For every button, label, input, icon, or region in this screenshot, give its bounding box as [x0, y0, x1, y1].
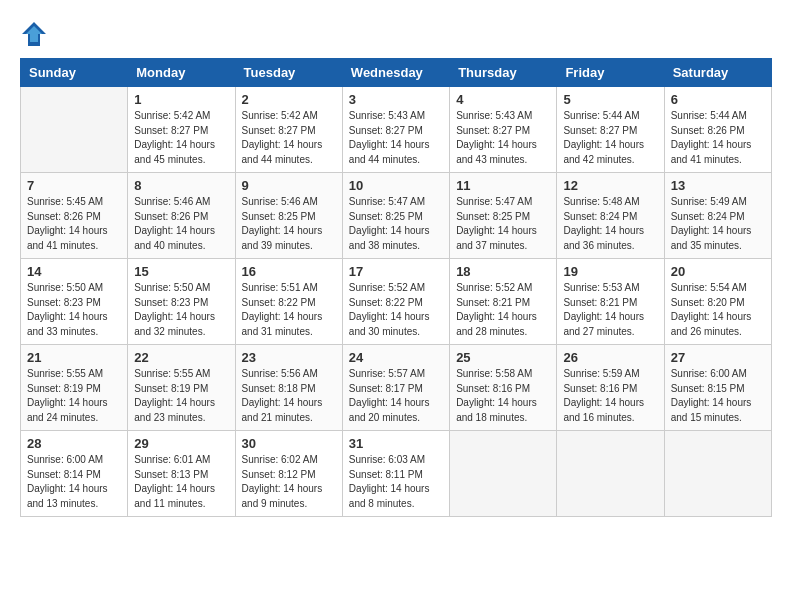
- day-cell: 31Sunrise: 6:03 AM Sunset: 8:11 PM Dayli…: [342, 431, 449, 517]
- day-cell: 23Sunrise: 5:56 AM Sunset: 8:18 PM Dayli…: [235, 345, 342, 431]
- day-info: Sunrise: 6:03 AM Sunset: 8:11 PM Dayligh…: [349, 453, 443, 511]
- day-cell: [450, 431, 557, 517]
- day-number: 9: [242, 178, 336, 193]
- day-info: Sunrise: 6:01 AM Sunset: 8:13 PM Dayligh…: [134, 453, 228, 511]
- day-cell: 22Sunrise: 5:55 AM Sunset: 8:19 PM Dayli…: [128, 345, 235, 431]
- day-cell: 10Sunrise: 5:47 AM Sunset: 8:25 PM Dayli…: [342, 173, 449, 259]
- day-number: 1: [134, 92, 228, 107]
- day-cell: 25Sunrise: 5:58 AM Sunset: 8:16 PM Dayli…: [450, 345, 557, 431]
- day-cell: 1Sunrise: 5:42 AM Sunset: 8:27 PM Daylig…: [128, 87, 235, 173]
- day-info: Sunrise: 5:51 AM Sunset: 8:22 PM Dayligh…: [242, 281, 336, 339]
- day-number: 21: [27, 350, 121, 365]
- header-cell-monday: Monday: [128, 59, 235, 87]
- day-number: 18: [456, 264, 550, 279]
- day-number: 28: [27, 436, 121, 451]
- day-info: Sunrise: 5:49 AM Sunset: 8:24 PM Dayligh…: [671, 195, 765, 253]
- day-info: Sunrise: 5:57 AM Sunset: 8:17 PM Dayligh…: [349, 367, 443, 425]
- day-info: Sunrise: 5:53 AM Sunset: 8:21 PM Dayligh…: [563, 281, 657, 339]
- day-number: 3: [349, 92, 443, 107]
- day-info: Sunrise: 5:44 AM Sunset: 8:27 PM Dayligh…: [563, 109, 657, 167]
- day-info: Sunrise: 5:58 AM Sunset: 8:16 PM Dayligh…: [456, 367, 550, 425]
- day-cell: 30Sunrise: 6:02 AM Sunset: 8:12 PM Dayli…: [235, 431, 342, 517]
- day-info: Sunrise: 5:42 AM Sunset: 8:27 PM Dayligh…: [134, 109, 228, 167]
- day-info: Sunrise: 5:55 AM Sunset: 8:19 PM Dayligh…: [27, 367, 121, 425]
- day-number: 31: [349, 436, 443, 451]
- day-info: Sunrise: 5:55 AM Sunset: 8:19 PM Dayligh…: [134, 367, 228, 425]
- header-cell-thursday: Thursday: [450, 59, 557, 87]
- day-info: Sunrise: 5:48 AM Sunset: 8:24 PM Dayligh…: [563, 195, 657, 253]
- day-number: 24: [349, 350, 443, 365]
- header-cell-wednesday: Wednesday: [342, 59, 449, 87]
- day-number: 13: [671, 178, 765, 193]
- day-cell: 4Sunrise: 5:43 AM Sunset: 8:27 PM Daylig…: [450, 87, 557, 173]
- day-number: 15: [134, 264, 228, 279]
- day-number: 10: [349, 178, 443, 193]
- day-cell: 29Sunrise: 6:01 AM Sunset: 8:13 PM Dayli…: [128, 431, 235, 517]
- day-cell: 14Sunrise: 5:50 AM Sunset: 8:23 PM Dayli…: [21, 259, 128, 345]
- logo-icon: [20, 20, 48, 48]
- day-info: Sunrise: 5:54 AM Sunset: 8:20 PM Dayligh…: [671, 281, 765, 339]
- day-cell: 3Sunrise: 5:43 AM Sunset: 8:27 PM Daylig…: [342, 87, 449, 173]
- header-cell-tuesday: Tuesday: [235, 59, 342, 87]
- day-cell: 24Sunrise: 5:57 AM Sunset: 8:17 PM Dayli…: [342, 345, 449, 431]
- calendar-table: SundayMondayTuesdayWednesdayThursdayFrid…: [20, 58, 772, 517]
- day-info: Sunrise: 5:50 AM Sunset: 8:23 PM Dayligh…: [134, 281, 228, 339]
- week-row-4: 21Sunrise: 5:55 AM Sunset: 8:19 PM Dayli…: [21, 345, 772, 431]
- day-info: Sunrise: 5:47 AM Sunset: 8:25 PM Dayligh…: [456, 195, 550, 253]
- header-cell-friday: Friday: [557, 59, 664, 87]
- day-cell: 27Sunrise: 6:00 AM Sunset: 8:15 PM Dayli…: [664, 345, 771, 431]
- day-number: 4: [456, 92, 550, 107]
- day-number: 23: [242, 350, 336, 365]
- day-number: 19: [563, 264, 657, 279]
- day-number: 30: [242, 436, 336, 451]
- day-number: 11: [456, 178, 550, 193]
- day-info: Sunrise: 5:52 AM Sunset: 8:21 PM Dayligh…: [456, 281, 550, 339]
- day-info: Sunrise: 5:46 AM Sunset: 8:26 PM Dayligh…: [134, 195, 228, 253]
- week-row-3: 14Sunrise: 5:50 AM Sunset: 8:23 PM Dayli…: [21, 259, 772, 345]
- day-cell: [664, 431, 771, 517]
- day-cell: 9Sunrise: 5:46 AM Sunset: 8:25 PM Daylig…: [235, 173, 342, 259]
- week-row-5: 28Sunrise: 6:00 AM Sunset: 8:14 PM Dayli…: [21, 431, 772, 517]
- day-cell: [557, 431, 664, 517]
- day-cell: 18Sunrise: 5:52 AM Sunset: 8:21 PM Dayli…: [450, 259, 557, 345]
- day-cell: [21, 87, 128, 173]
- day-info: Sunrise: 6:00 AM Sunset: 8:14 PM Dayligh…: [27, 453, 121, 511]
- day-info: Sunrise: 5:43 AM Sunset: 8:27 PM Dayligh…: [456, 109, 550, 167]
- header-cell-saturday: Saturday: [664, 59, 771, 87]
- day-info: Sunrise: 6:02 AM Sunset: 8:12 PM Dayligh…: [242, 453, 336, 511]
- day-info: Sunrise: 5:52 AM Sunset: 8:22 PM Dayligh…: [349, 281, 443, 339]
- day-cell: 16Sunrise: 5:51 AM Sunset: 8:22 PM Dayli…: [235, 259, 342, 345]
- day-cell: 8Sunrise: 5:46 AM Sunset: 8:26 PM Daylig…: [128, 173, 235, 259]
- day-number: 22: [134, 350, 228, 365]
- day-cell: 21Sunrise: 5:55 AM Sunset: 8:19 PM Dayli…: [21, 345, 128, 431]
- day-number: 12: [563, 178, 657, 193]
- day-cell: 13Sunrise: 5:49 AM Sunset: 8:24 PM Dayli…: [664, 173, 771, 259]
- day-cell: 7Sunrise: 5:45 AM Sunset: 8:26 PM Daylig…: [21, 173, 128, 259]
- day-info: Sunrise: 6:00 AM Sunset: 8:15 PM Dayligh…: [671, 367, 765, 425]
- day-cell: 15Sunrise: 5:50 AM Sunset: 8:23 PM Dayli…: [128, 259, 235, 345]
- day-cell: 2Sunrise: 5:42 AM Sunset: 8:27 PM Daylig…: [235, 87, 342, 173]
- day-number: 25: [456, 350, 550, 365]
- day-number: 6: [671, 92, 765, 107]
- day-number: 2: [242, 92, 336, 107]
- day-number: 27: [671, 350, 765, 365]
- header-row: SundayMondayTuesdayWednesdayThursdayFrid…: [21, 59, 772, 87]
- day-cell: 11Sunrise: 5:47 AM Sunset: 8:25 PM Dayli…: [450, 173, 557, 259]
- day-number: 26: [563, 350, 657, 365]
- day-cell: 19Sunrise: 5:53 AM Sunset: 8:21 PM Dayli…: [557, 259, 664, 345]
- day-number: 8: [134, 178, 228, 193]
- day-number: 5: [563, 92, 657, 107]
- day-cell: 28Sunrise: 6:00 AM Sunset: 8:14 PM Dayli…: [21, 431, 128, 517]
- day-number: 7: [27, 178, 121, 193]
- day-info: Sunrise: 5:47 AM Sunset: 8:25 PM Dayligh…: [349, 195, 443, 253]
- header: [20, 20, 772, 48]
- week-row-1: 1Sunrise: 5:42 AM Sunset: 8:27 PM Daylig…: [21, 87, 772, 173]
- day-number: 14: [27, 264, 121, 279]
- day-info: Sunrise: 5:59 AM Sunset: 8:16 PM Dayligh…: [563, 367, 657, 425]
- day-cell: 17Sunrise: 5:52 AM Sunset: 8:22 PM Dayli…: [342, 259, 449, 345]
- logo: [20, 20, 50, 48]
- day-cell: 5Sunrise: 5:44 AM Sunset: 8:27 PM Daylig…: [557, 87, 664, 173]
- day-info: Sunrise: 5:46 AM Sunset: 8:25 PM Dayligh…: [242, 195, 336, 253]
- day-info: Sunrise: 5:56 AM Sunset: 8:18 PM Dayligh…: [242, 367, 336, 425]
- calendar-container: SundayMondayTuesdayWednesdayThursdayFrid…: [20, 20, 772, 517]
